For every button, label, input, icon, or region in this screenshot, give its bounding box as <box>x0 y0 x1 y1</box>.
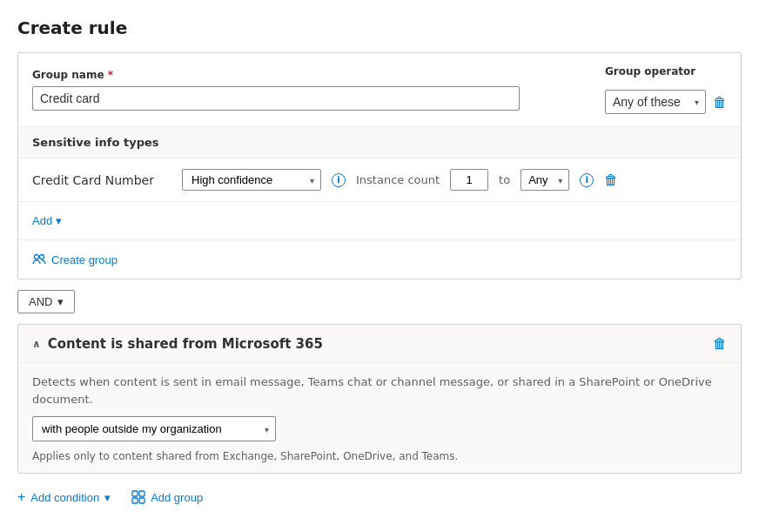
add-condition-chevron-icon: ▾ <box>104 491 111 504</box>
create-group-button[interactable]: Create group <box>32 249 118 270</box>
and-chevron-icon: ▾ <box>57 295 64 308</box>
applies-text: Applies only to content shared from Exch… <box>32 450 727 462</box>
confidence-info-icon[interactable]: i <box>332 173 346 187</box>
group-name-section: Group name * <box>32 69 605 111</box>
add-condition-plus-icon: + <box>17 489 25 505</box>
group-name-label: Group name * <box>32 69 605 81</box>
delete-info-type-icon[interactable]: 🗑 <box>604 172 618 188</box>
svg-rect-3 <box>139 491 144 496</box>
content-shared-body: Detects when content is sent in email me… <box>18 363 741 473</box>
info-type-name: Credit Card Number <box>32 173 171 187</box>
sharing-select[interactable]: with people outside my organization with… <box>32 416 276 441</box>
sensitive-info-header: Sensitive info types <box>18 127 741 158</box>
required-indicator: * <box>108 69 113 81</box>
and-operator-row: AND ▾ <box>17 290 742 313</box>
sharing-dropdown-wrapper: with people outside my organization with… <box>32 416 276 441</box>
group-header: Group name * Group operator Any of these… <box>18 53 741 127</box>
bottom-actions: + Add condition ▾ Add group <box>17 486 742 508</box>
add-chevron-icon: ▾ <box>56 214 62 227</box>
and-label: AND <box>29 295 52 308</box>
confidence-select[interactable]: High confidence Medium confidence Low co… <box>182 169 321 191</box>
delete-group-icon[interactable]: 🗑 <box>713 94 727 111</box>
svg-point-0 <box>35 255 39 259</box>
create-group-label: Create group <box>51 253 118 266</box>
instance-count-to-dropdown-wrapper: Any 1 2 5 10 ▾ <box>521 169 569 191</box>
instance-count-to-select[interactable]: Any 1 2 5 10 <box>521 169 569 191</box>
group-operator-row: Any of these All of these ▾ 🗑 <box>605 90 727 114</box>
instance-count-from-input[interactable] <box>450 169 488 191</box>
group-name-input[interactable] <box>32 86 520 111</box>
add-condition-button[interactable]: + Add condition ▾ <box>17 486 111 508</box>
svg-rect-4 <box>132 498 138 503</box>
content-shared-description: Detects when content is sent in email me… <box>32 374 727 407</box>
content-shared-header: ∧ Content is shared from Microsoft 365 🗑 <box>18 325 741 363</box>
svg-rect-5 <box>139 498 144 503</box>
group-operator-label: Group operator <box>605 65 695 77</box>
and-operator-button[interactable]: AND ▾ <box>17 290 75 313</box>
add-group-icon <box>131 490 145 504</box>
add-group-label: Add group <box>151 491 203 504</box>
instance-count-label: Instance count <box>356 173 440 186</box>
group-operator-dropdown-wrapper: Any of these All of these ▾ <box>605 90 706 114</box>
confidence-dropdown-wrapper: High confidence Medium confidence Low co… <box>182 169 321 191</box>
create-group-row: Create group <box>18 240 741 279</box>
delete-content-shared-icon[interactable]: 🗑 <box>713 335 727 352</box>
group-section: Group name * Group operator Any of these… <box>17 52 742 279</box>
create-group-icon <box>32 253 46 266</box>
group-operator-section: Group operator Any of these All of these… <box>605 65 727 114</box>
content-shared-section: ∧ Content is shared from Microsoft 365 🗑… <box>17 324 742 474</box>
group-operator-select[interactable]: Any of these All of these <box>605 90 706 114</box>
info-type-row: Credit Card Number High confidence Mediu… <box>18 158 741 202</box>
page-title: Create rule <box>17 17 742 38</box>
content-shared-title: ∧ Content is shared from Microsoft 365 <box>32 336 323 352</box>
svg-point-1 <box>40 255 44 259</box>
svg-rect-2 <box>132 491 138 496</box>
collapse-icon[interactable]: ∧ <box>32 338 41 350</box>
add-label: Add <box>32 214 52 227</box>
add-condition-label: Add condition <box>30 491 99 504</box>
content-shared-title-text: Content is shared from Microsoft 365 <box>48 336 323 352</box>
instance-info-icon[interactable]: i <box>580 173 594 187</box>
add-button[interactable]: Add ▾ <box>32 211 62 231</box>
to-label: to <box>499 173 510 186</box>
add-row: Add ▾ <box>18 202 741 240</box>
add-group-button[interactable]: Add group <box>131 487 203 508</box>
